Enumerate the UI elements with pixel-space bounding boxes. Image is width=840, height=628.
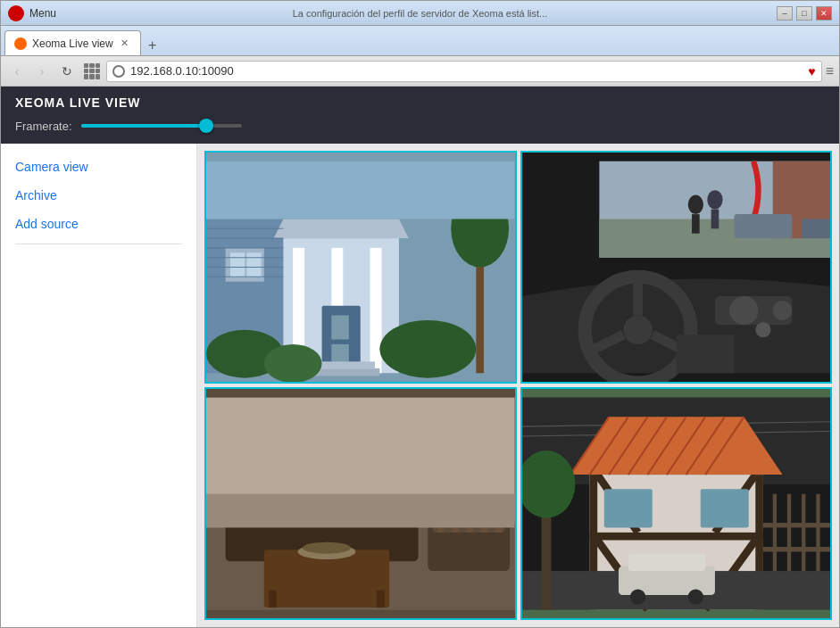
svg-point-16: [264, 344, 322, 382]
camera-cell-4[interactable]: [520, 387, 833, 620]
svg-rect-95: [700, 489, 748, 527]
svg-rect-36: [802, 219, 830, 239]
new-tab-button[interactable]: +: [141, 36, 164, 55]
svg-rect-35: [734, 214, 792, 238]
xeoma-wrapper: XEOMA LIVE VIEW Framerate: Camera view A…: [1, 87, 839, 627]
back-button[interactable]: ‹: [6, 61, 28, 82]
svg-point-46: [755, 322, 770, 337]
svg-rect-104: [786, 494, 790, 571]
opera-logo-icon: [8, 5, 24, 21]
nav-bar: ‹ › ↻ 192.168.0.10:10090 ♥ ≡: [1, 56, 839, 87]
svg-rect-45: [676, 335, 734, 373]
svg-rect-80: [589, 533, 762, 541]
svg-rect-106: [816, 494, 819, 571]
browser-window: Menu La configuración del perfil de serv…: [0, 0, 840, 628]
tab-close-button[interactable]: ✕: [119, 37, 131, 50]
main-body: Camera view Archive Add source: [1, 144, 839, 627]
favorite-icon[interactable]: ♥: [808, 64, 815, 78]
svg-rect-107: [762, 547, 830, 551]
svg-rect-72: [206, 494, 515, 528]
tab-label: Xeoma Live view: [32, 37, 113, 50]
svg-point-38: [623, 315, 652, 343]
svg-point-43: [729, 296, 758, 325]
svg-marker-6: [274, 219, 409, 239]
url-bar[interactable]: 192.168.0.10:10090 ♥: [106, 61, 822, 82]
title-bar-center-text: La configuración del perfil de servidor …: [293, 8, 548, 19]
svg-rect-105: [802, 494, 805, 571]
svg-point-65: [303, 542, 351, 554]
xeoma-title: XEOMA LIVE VIEW: [15, 95, 825, 110]
svg-rect-14: [246, 252, 261, 277]
grid-view-button[interactable]: [81, 61, 103, 82]
sidebar-item-camera-view[interactable]: Camera view: [1, 153, 196, 181]
svg-point-32: [707, 190, 722, 210]
svg-point-100: [629, 590, 645, 605]
svg-rect-20: [206, 161, 515, 219]
camera-cell-3[interactable]: [204, 387, 517, 620]
globe-icon: [112, 65, 125, 78]
framerate-row: Framerate:: [15, 117, 825, 135]
active-tab[interactable]: Xeoma Live view ✕: [4, 30, 141, 55]
svg-point-17: [379, 320, 476, 378]
framerate-slider[interactable]: [81, 117, 242, 135]
xeoma-header: XEOMA LIVE VIEW Framerate:: [1, 87, 839, 144]
svg-rect-8: [331, 315, 348, 339]
sidebar-item-archive[interactable]: Archive: [1, 181, 196, 210]
menu-label[interactable]: Menu: [29, 7, 56, 20]
sidebar-divider: [15, 244, 182, 244]
forward-button[interactable]: ›: [31, 61, 53, 82]
window-controls: – □ ✕: [777, 6, 832, 21]
framerate-fill: [81, 124, 210, 128]
svg-rect-62: [269, 591, 277, 607]
bookmark-icon[interactable]: ≡: [826, 63, 834, 79]
framerate-thumb[interactable]: [199, 119, 213, 133]
svg-rect-33: [711, 210, 719, 229]
svg-rect-99: [628, 554, 704, 571]
maximize-button[interactable]: □: [796, 6, 812, 21]
camera-cell-1[interactable]: [204, 151, 517, 384]
camera-cell-2[interactable]: [520, 151, 833, 384]
svg-rect-5: [370, 248, 382, 373]
tab-bar: Xeoma Live view ✕ +: [1, 26, 839, 56]
title-bar: Menu La configuración del perfil de serv…: [1, 1, 839, 26]
tab-favicon-icon: [14, 37, 27, 50]
close-button[interactable]: ✕: [816, 6, 832, 21]
svg-point-44: [772, 301, 792, 320]
framerate-track: [81, 124, 242, 128]
svg-rect-103: [772, 494, 776, 571]
sidebar-item-add-source[interactable]: Add source: [1, 210, 196, 238]
framerate-label: Framerate:: [15, 120, 72, 133]
svg-rect-94: [603, 489, 652, 527]
minimize-button[interactable]: –: [777, 6, 793, 21]
camera-grid: [197, 144, 839, 627]
svg-rect-63: [377, 591, 385, 607]
refresh-button[interactable]: ↻: [56, 61, 78, 82]
svg-point-30: [687, 195, 703, 215]
svg-point-101: [687, 590, 703, 605]
sidebar: Camera view Archive Add source: [1, 144, 197, 627]
svg-rect-13: [230, 252, 245, 277]
svg-rect-31: [692, 214, 700, 234]
url-text: 192.168.0.10:10090: [130, 64, 234, 78]
